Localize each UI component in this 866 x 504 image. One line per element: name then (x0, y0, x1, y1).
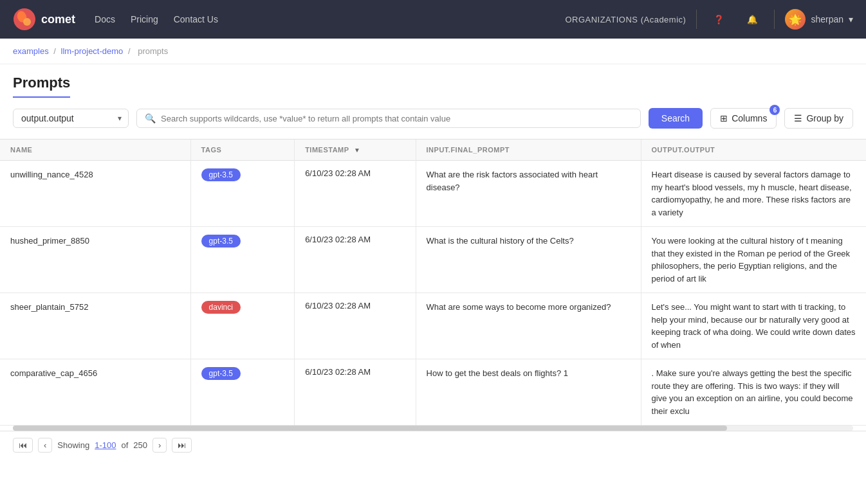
prev-page-button[interactable]: ‹ (38, 438, 52, 453)
columns-icon: ⊞ (720, 113, 728, 123)
logo-icon (13, 8, 36, 31)
prompts-table: NAME TAGS TIMESTAMP ▼ INPUT.FINAL_PROMPT… (0, 140, 866, 426)
search-wrapper: 🔍 (136, 109, 641, 128)
cell-timestamp: 6/10/23 02:28 AM (295, 293, 416, 359)
logo[interactable]: comet (13, 8, 75, 31)
columns-badge: 6 (769, 105, 780, 115)
cell-name: comparative_cap_4656 (0, 359, 190, 426)
cell-output: . Make sure you're always getting the be… (641, 359, 866, 426)
logo-text: comet (41, 13, 75, 26)
cell-input: How to get the best deals on flights? 1 (416, 359, 641, 426)
tag-badge: gpt-3.5 (201, 168, 241, 181)
table-row[interactable]: sheer_plantain_5752 davinci 6/10/23 02:2… (0, 293, 866, 359)
total-count: 250 (133, 440, 147, 450)
username: sherpan (811, 14, 843, 24)
nav-docs[interactable]: Docs (95, 14, 115, 24)
cell-name: hushed_primer_8850 (0, 227, 190, 293)
col-header-output[interactable]: OUTPUT.OUTPUT (641, 140, 866, 161)
cell-timestamp: 6/10/23 02:28 AM (295, 161, 416, 227)
col-header-tags[interactable]: TAGS (190, 140, 295, 161)
user-menu[interactable]: 🌟 sherpan ▾ (785, 9, 853, 30)
search-input[interactable] (161, 114, 632, 123)
groupby-icon: ☰ (794, 113, 802, 123)
notifications-button[interactable]: 🔔 (741, 8, 764, 31)
breadcrumb: examples / llm-project-demo / prompts (0, 39, 866, 64)
user-chevron-icon: ▾ (849, 14, 853, 24)
table-footer: ⏮ ‹ Showing 1-100 of 250 › ⏭ (0, 431, 866, 459)
showing-label: Showing (57, 440, 89, 450)
cell-name: unwilling_nance_4528 (0, 161, 190, 227)
table-row[interactable]: hushed_primer_8850 gpt-3.5 6/10/23 02:28… (0, 227, 866, 293)
cell-tags: gpt-3.5 (190, 227, 295, 293)
col-header-name[interactable]: NAME (0, 140, 190, 161)
breadcrumb-current: prompts (138, 46, 168, 56)
col-header-timestamp[interactable]: TIMESTAMP ▼ (295, 140, 416, 161)
groupby-button[interactable]: ☰ Group by (784, 108, 853, 129)
page-title: Prompts (13, 75, 70, 98)
tag-badge: davinci (201, 301, 241, 314)
table-row[interactable]: unwilling_nance_4528 gpt-3.5 6/10/23 02:… (0, 161, 866, 227)
tag-badge: gpt-3.5 (201, 235, 241, 248)
cell-timestamp: 6/10/23 02:28 AM (295, 359, 416, 426)
table-body: unwilling_nance_4528 gpt-3.5 6/10/23 02:… (0, 161, 866, 426)
last-page-button[interactable]: ⏭ (172, 438, 192, 453)
cell-input: What are the risk factors associated wit… (416, 161, 641, 227)
nav-contact[interactable]: Contact Us (174, 14, 218, 24)
cell-output: You were looking at the cultural history… (641, 227, 866, 293)
scrollbar-thumb[interactable] (13, 426, 727, 431)
next-page-button[interactable]: › (152, 438, 167, 453)
cell-tags: gpt-3.5 (190, 359, 295, 426)
search-icon: 🔍 (145, 113, 156, 123)
table-wrapper: NAME TAGS TIMESTAMP ▼ INPUT.FINAL_PROMPT… (0, 139, 866, 426)
cell-output: Let's see... You might want to start wit… (641, 293, 866, 359)
search-button[interactable]: Search (649, 108, 703, 129)
header: comet Docs Pricing Contact Us ORGANIZATI… (0, 0, 866, 39)
org-label: ORGANIZATIONS (Academic) (565, 15, 686, 24)
columns-label: Columns (732, 113, 767, 123)
bell-icon: 🔔 (747, 15, 758, 24)
breadcrumb-project[interactable]: llm-project-demo (61, 46, 124, 56)
header-divider-2 (774, 10, 775, 29)
groupby-label: Group by (806, 113, 843, 123)
header-divider (696, 10, 697, 29)
table-header: NAME TAGS TIMESTAMP ▼ INPUT.FINAL_PROMPT… (0, 140, 866, 161)
col-header-input[interactable]: INPUT.FINAL_PROMPT (416, 140, 641, 161)
filter-select-wrapper[interactable]: output.output ▾ (13, 109, 129, 128)
main-nav: Docs Pricing Contact Us (95, 14, 552, 24)
help-icon: ❓ (714, 15, 724, 24)
tag-badge: gpt-3.5 (201, 367, 241, 380)
first-page-button[interactable]: ⏮ (13, 438, 33, 453)
columns-button[interactable]: ⊞ Columns 6 (710, 108, 777, 129)
svg-point-2 (23, 18, 31, 26)
per-page-button[interactable]: 1-100 (95, 440, 116, 450)
of-label: of (121, 440, 128, 450)
cell-tags: davinci (190, 293, 295, 359)
header-right: ORGANIZATIONS (Academic) ❓ 🔔 🌟 sherpan ▾ (565, 8, 853, 31)
cell-input: What is the cultural history of the Celt… (416, 227, 641, 293)
toolbar: output.output ▾ 🔍 Search ⊞ Columns 6 ☰ G… (0, 98, 866, 139)
cell-tags: gpt-3.5 (190, 161, 295, 227)
page-title-area: Prompts (0, 64, 866, 98)
help-button[interactable]: ❓ (707, 8, 730, 31)
breadcrumb-examples[interactable]: examples (13, 46, 49, 56)
cell-input: What are some ways to become more organi… (416, 293, 641, 359)
table-row[interactable]: comparative_cap_4656 gpt-3.5 6/10/23 02:… (0, 359, 866, 426)
cell-name: sheer_plantain_5752 (0, 293, 190, 359)
breadcrumb-sep-1: / (53, 46, 56, 56)
filter-select[interactable]: output.output (21, 113, 120, 123)
breadcrumb-sep-2: / (128, 46, 131, 56)
timestamp-sort-icon: ▼ (354, 147, 360, 154)
cell-timestamp: 6/10/23 02:28 AM (295, 227, 416, 293)
cell-output: Heart disease is caused by several facto… (641, 161, 866, 227)
avatar: 🌟 (785, 9, 806, 30)
horizontal-scrollbar[interactable] (13, 426, 853, 431)
nav-pricing[interactable]: Pricing (131, 14, 158, 24)
